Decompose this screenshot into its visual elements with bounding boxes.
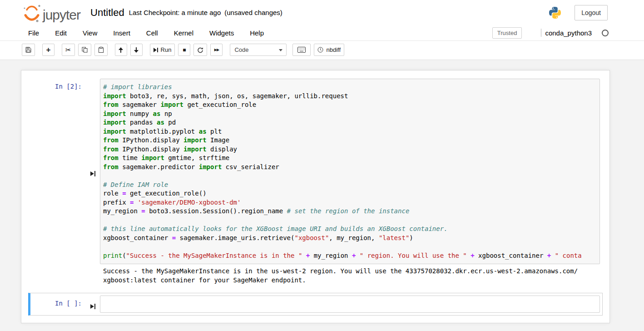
code-line: [103, 216, 597, 225]
run-cell-marker[interactable]: [87, 296, 98, 313]
run-cell-marker[interactable]: [87, 79, 98, 264]
notebook-header: jupyter Untitled Last Checkpoint: a minu…: [0, 0, 644, 25]
top-chrome: jupyter Untitled Last Checkpoint: a minu…: [0, 0, 644, 60]
clipboard-icon: [98, 47, 104, 53]
cell-type-select[interactable]: Code: [230, 44, 287, 56]
restart-kernel-button[interactable]: [193, 44, 207, 56]
trusted-badge[interactable]: Trusted: [492, 27, 522, 39]
code-line: import boto3, re, sys, math, json, os, s…: [103, 92, 597, 101]
logout-button[interactable]: Logout: [575, 5, 608, 20]
move-cell-down-button[interactable]: [130, 44, 143, 56]
plus-icon: +: [46, 46, 51, 54]
code-line: import pandas as pd: [103, 118, 597, 127]
code-line: from sagemaker import get_execution_role: [103, 100, 597, 110]
code-line: # this line automatically looks for the …: [103, 225, 597, 234]
menu-edit[interactable]: Edit: [55, 29, 67, 37]
cell-type-value: Code: [234, 46, 248, 53]
code-line: [103, 171, 597, 181]
jupyter-logo[interactable]: jupyter: [22, 3, 80, 23]
code-line: # import libraries: [103, 83, 597, 92]
menu-file[interactable]: File: [28, 29, 39, 37]
stop-icon: ■: [183, 47, 186, 53]
interrupt-kernel-button[interactable]: ■: [178, 44, 190, 56]
chevron-down-icon: [279, 49, 282, 51]
arrow-up-icon: [119, 47, 123, 53]
jupyter-wordmark: jupyter: [43, 8, 80, 23]
toolbar: + ✂: [0, 41, 644, 60]
clock-icon: [317, 47, 323, 53]
python-kernel-logo: [548, 6, 562, 20]
restart-icon: [197, 47, 203, 53]
save-button[interactable]: [22, 44, 35, 56]
code-line: xgboost_container = sagemaker.image_uris…: [103, 234, 597, 243]
code-line: import numpy as np: [103, 110, 597, 119]
paste-cells-button[interactable]: [94, 44, 108, 56]
fast-forward-icon: ▶▶: [214, 48, 219, 52]
checkpoint-status: Last Checkpoint: a minute ago: [129, 9, 221, 16]
code-line: role = get_execution_role(): [103, 189, 597, 198]
code-line: from sagemaker.predictor import csv_seri…: [103, 163, 597, 172]
arrow-down-icon: [134, 47, 139, 53]
autosave-status: (unsaved changes): [224, 9, 282, 16]
notebook-container: In [2]: # import librariesimport boto3, …: [21, 70, 610, 323]
play-bar-icon: [90, 300, 95, 313]
code-line: from IPython.display import display: [103, 145, 597, 154]
keyboard-icon: [297, 47, 306, 53]
code-line: # Define IAM role: [103, 181, 597, 190]
cell-output: Success - the MySageMakerInstance is in …: [100, 264, 600, 285]
kernel-idle-icon: [602, 30, 609, 36]
menu-cell[interactable]: Cell: [146, 29, 158, 37]
input-prompt: In [2]:: [33, 79, 87, 264]
code-cell-1[interactable]: In [2]: # import librariesimport boto3, …: [28, 76, 603, 287]
output-line: xgboost:latest container for your SageMa…: [103, 276, 600, 285]
move-cell-up-button[interactable]: [115, 44, 127, 56]
menu-separator: [541, 29, 541, 37]
play-bar-icon: [90, 83, 95, 264]
output-line: Success - the MySageMakerInstance is in …: [103, 267, 600, 276]
notebook-site: In [2]: # import librariesimport boto3, …: [0, 60, 644, 331]
insert-cell-below-button[interactable]: +: [42, 44, 54, 56]
code-line: my_region = boto3.session.Session().regi…: [103, 207, 597, 216]
code-line: prefix = 'sagemaker/DEMO-xgboost-dm': [103, 198, 597, 207]
menu-insert[interactable]: Insert: [113, 29, 130, 37]
code-line: import matplotlib.pyplot as plt: [103, 127, 597, 136]
command-palette-button[interactable]: [292, 44, 311, 56]
code-line: from IPython.display import Image: [103, 136, 597, 145]
copy-cells-button[interactable]: [78, 44, 91, 56]
restart-run-all-button[interactable]: ▶▶: [210, 44, 223, 56]
code-editor[interactable]: # import librariesimport boto3, re, sys,…: [100, 79, 600, 264]
code-line: [103, 242, 597, 251]
run-button[interactable]: Run: [150, 44, 175, 56]
code-line: from time import gmtime, strftime: [103, 154, 597, 163]
input-prompt: In [ ]:: [33, 296, 87, 313]
empty-code-editor[interactable]: [100, 296, 600, 313]
jupyter-planet-icon: [22, 3, 42, 23]
copy-icon: [82, 47, 88, 53]
save-icon: [25, 47, 31, 53]
menu-view[interactable]: View: [83, 29, 97, 37]
cut-cells-button[interactable]: ✂: [62, 44, 75, 56]
code-cell-2-selected[interactable]: In [ ]:: [28, 293, 603, 316]
nbdiff-button[interactable]: nbdiff: [314, 44, 344, 56]
kernel-name: conda_python3: [545, 29, 592, 37]
run-icon: [154, 48, 158, 52]
menu-kernel[interactable]: Kernel: [174, 29, 193, 37]
notebook-title[interactable]: Untitled: [90, 7, 124, 19]
menubar: File Edit View Insert Cell Kernel Widget…: [0, 25, 644, 41]
cell-output-text: Success - the MySageMakerInstance is in …: [103, 267, 600, 285]
menu-widgets[interactable]: Widgets: [209, 29, 234, 37]
menu-help[interactable]: Help: [250, 29, 264, 37]
scissors-icon: ✂: [65, 46, 71, 53]
code-line: print("Success - the MySageMakerInstance…: [103, 251, 597, 261]
